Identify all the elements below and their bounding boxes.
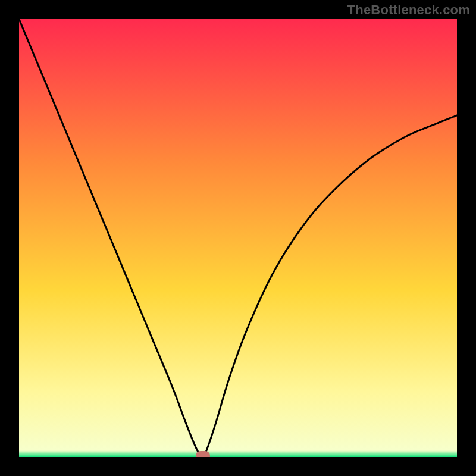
optimum-marker bbox=[196, 451, 210, 457]
attribution-text: TheBottleneck.com bbox=[347, 2, 470, 18]
chart-svg bbox=[19, 19, 457, 457]
plot-area bbox=[19, 19, 457, 457]
gradient-background bbox=[19, 19, 457, 457]
chart-frame: TheBottleneck.com bbox=[0, 0, 476, 476]
